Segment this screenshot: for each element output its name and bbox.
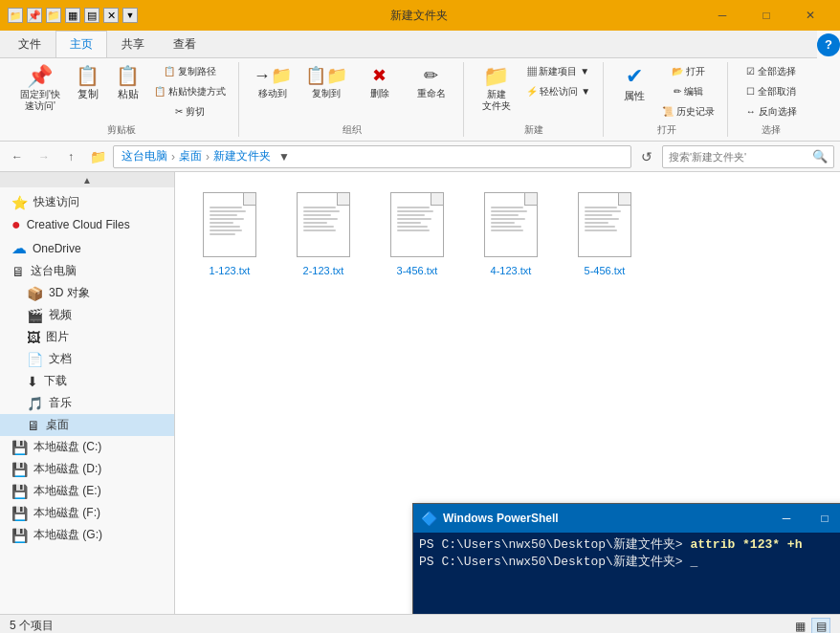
ribbon-top: 文件 主页 共享 查看 ? [0,31,840,58]
toolbar-grid-icon[interactable]: ▦ [65,8,80,23]
toolbar-new-folder-icon[interactable]: 📁 [46,8,61,23]
file-line [210,207,242,208]
sidebar-item-music[interactable]: 🎵 音乐 [0,392,175,414]
select-all-label: ☑ 全部选择 [746,65,796,78]
path-folder[interactable]: 新建文件夹 [213,148,271,164]
file-item-3[interactable]: 3-456.txt [374,184,460,285]
rename-button[interactable]: ✏ 重命名 [408,62,455,103]
properties-button[interactable]: ✔ 属性 [613,62,655,107]
maximize-button[interactable]: □ [744,0,788,31]
file-line [585,207,617,208]
file-page-4 [484,192,538,257]
move-to-button[interactable]: →📁 移动到 [249,62,297,103]
sidebar-item-3d-objects[interactable]: 📦 3D 对象 [0,282,175,304]
select-all-button[interactable]: ☑ 全部选择 [738,62,805,81]
sidebar-label-music: 音乐 [49,395,72,411]
sidebar-item-desktop[interactable]: 🖥 桌面 [0,414,175,436]
view-details-button[interactable]: ▤ [811,618,830,634]
cut-button[interactable]: ✂ 剪切 [149,102,231,121]
creative-cloud-icon: ● [11,216,21,233]
sidebar-label-creative-cloud: Creative Cloud Files [27,218,130,231]
file-line [210,226,240,228]
close-button[interactable]: ✕ [788,0,832,31]
pin-to-quick-access-button[interactable]: 📌 固定到'快速访问' [13,62,67,116]
toolbar-grid2-icon[interactable]: ▤ [84,8,99,23]
open-button[interactable]: 📂 打开 [657,62,719,81]
ps-title-text: Windows PowerShell [443,512,762,525]
file-item-5[interactable]: 5-456.txt [562,184,648,285]
help-button[interactable]: ? [817,33,840,56]
item-count: 5 个项目 [10,618,54,633]
view-buttons: ▦ ▤ [790,618,830,634]
sidebar-item-drive-g[interactable]: 💾 本地磁盘 (G:) [0,524,175,546]
sidebar-item-drive-c[interactable]: 💾 本地磁盘 (C:) [0,436,175,458]
select-none-button[interactable]: ☐ 全部取消 [738,82,805,101]
sidebar: ⭐ 快速访问 ● Creative Cloud Files ☁ OneDrive… [0,187,175,614]
open-buttons: ✔ 属性 📂 打开 ✏ 编辑 📜 历史记录 [613,62,719,121]
downloads-icon: ⬇ [27,374,38,389]
file-page-5 [578,192,631,257]
file-item-1[interactable]: 1-123.txt [187,184,273,285]
edit-button[interactable]: ✏ 编辑 [657,82,719,101]
file-line [303,214,331,216]
sidebar-item-videos[interactable]: 🎬 视频 [0,304,175,326]
sidebar-item-quick-access[interactable]: ⭐ 快速访问 [0,191,175,213]
sidebar-item-drive-e[interactable]: 💾 本地磁盘 (E:) [0,480,175,502]
file-line [585,222,608,224]
paste-button[interactable]: 📋 粘贴 [109,62,147,105]
toolbar-pin-icon[interactable]: 📌 [27,8,42,23]
back-button[interactable]: ← [6,145,29,168]
new-folder-label: 新建文件夹 [482,89,511,112]
search-box[interactable]: 🔍 [662,145,834,168]
file-item-4[interactable]: 4-123.txt [468,184,554,285]
sidebar-item-documents[interactable]: 📄 文档 [0,348,175,370]
new-folder-button[interactable]: 📁 新建文件夹 [474,62,519,116]
history-button[interactable]: 📜 历史记录 [657,102,719,121]
forward-button[interactable]: → [33,145,55,168]
easy-access-button[interactable]: ⚡ 轻松访问 ▼ [521,82,595,101]
move-to-label: 移动到 [258,87,287,100]
tab-file[interactable]: 文件 [4,31,55,57]
view-large-icons-button[interactable]: ▦ [790,618,809,634]
sidebar-item-downloads[interactable]: ⬇ 下载 [0,370,175,392]
toolbar-close-icon[interactable]: ✕ [103,8,119,23]
paste-icon: 📋 [116,66,140,85]
refresh-button[interactable]: ↺ [635,145,658,168]
history-label: 📜 历史记录 [662,105,715,119]
up-button[interactable]: ↑ [59,145,82,168]
file-page-lines-4 [485,193,537,235]
delete-button[interactable]: ✖ 删除 [356,62,404,103]
search-icon[interactable]: 🔍 [812,149,828,164]
address-path[interactable]: 这台电脑 › 桌面 › 新建文件夹 ▼ [113,145,631,168]
tab-view[interactable]: 查看 [159,31,210,57]
path-desktop[interactable]: 桌面 [179,148,202,164]
copy-path-button[interactable]: 📋 复制路径 [149,62,231,81]
new-item-button[interactable]: ▦ 新建项目 ▼ [521,62,595,81]
toolbar-down-icon[interactable]: ▼ [122,8,138,23]
sidebar-item-creative-cloud[interactable]: ● Creative Cloud Files [0,213,175,236]
sidebar-item-drive-f[interactable]: 💾 本地磁盘 (F:) [0,502,175,524]
copy-to-button[interactable]: 📋📁 复制到 [300,62,352,103]
file-line [585,229,617,231]
tab-home[interactable]: 主页 [55,31,107,57]
ps-minimize-button[interactable]: ─ [767,504,806,533]
sidebar-item-onedrive[interactable]: ☁ OneDrive [0,236,175,260]
sidebar-item-pictures[interactable]: 🖼 图片 [0,326,175,348]
paste-shortcut-button[interactable]: 📋 粘贴快捷方式 [149,82,231,101]
properties-icon: ✔ [626,66,643,87]
ps-body[interactable]: PS C:\Users\nwx50\Desktop\新建文件夹> attrib … [413,533,840,614]
minimize-button[interactable]: ─ [700,0,744,31]
invert-selection-button[interactable]: ↔ 反向选择 [738,102,805,121]
path-dropdown-icon[interactable]: ▼ [278,150,290,164]
path-computer[interactable]: 这台电脑 [122,148,167,164]
ps-maximize-button[interactable]: □ [806,504,840,533]
search-input[interactable] [669,151,808,163]
sidebar-scroll-up[interactable]: ▲ [0,172,174,187]
copy-button[interactable]: 📋 复制 [69,62,107,105]
sidebar-item-drive-d[interactable]: 💾 本地磁盘 (D:) [0,458,175,480]
tab-share[interactable]: 共享 [107,31,159,57]
sidebar-item-this-pc[interactable]: 🖥 这台电脑 [0,260,175,282]
move-to-icon: →📁 [254,65,292,86]
clipboard-group-label: 剪贴板 [107,123,136,137]
file-item-2[interactable]: 2-123.txt [280,184,366,285]
